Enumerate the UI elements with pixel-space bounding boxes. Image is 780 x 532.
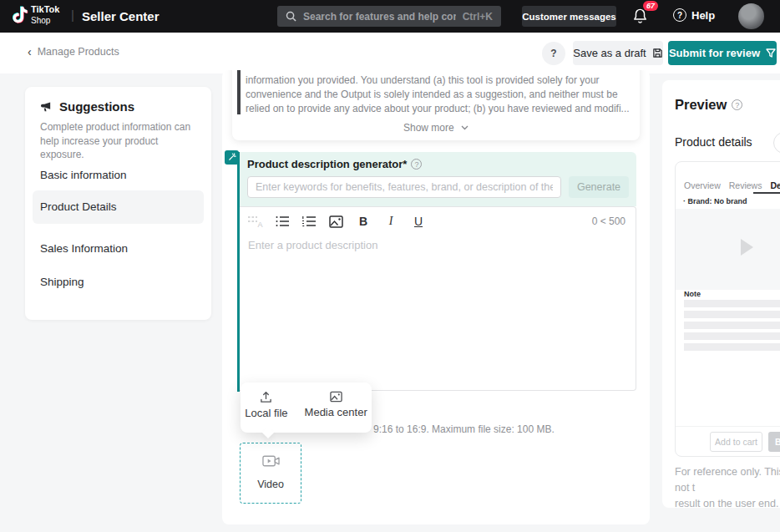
local-file-option[interactable]: Local file [245, 391, 287, 433]
save-as-draft-button[interactable]: Save as a draft [573, 41, 663, 65]
preview-help-icon[interactable]: ? [732, 99, 742, 110]
add-to-cart-button[interactable]: Add to cart [710, 432, 762, 452]
page-toolbar: ‹ Manage Products ? Save as a draft Subm… [0, 33, 780, 73]
template-list-icon[interactable]: A [247, 215, 263, 228]
phone-note-label: Note [684, 290, 701, 298]
phone-footer-divider [676, 426, 780, 427]
notifications-count-badge: 67 [643, 1, 658, 11]
insert-image-icon[interactable] [329, 215, 343, 228]
preview-section-title: Product details [675, 135, 752, 149]
description-editor[interactable]: A B I U 0 < [240, 206, 636, 391]
video-camera-icon [241, 454, 301, 468]
char-counter: 0 < 500 [592, 215, 626, 227]
help-question-icon: ? [673, 8, 686, 22]
skeleton-bar [684, 332, 780, 340]
help-label: Help [691, 9, 715, 22]
help-menu[interactable]: ? Help [673, 8, 715, 22]
footnote-line-1: For reference only. This is not t [675, 464, 780, 496]
search-input[interactable] [303, 11, 456, 23]
generator-keywords-input[interactable] [247, 176, 561, 198]
upload-icon [260, 391, 272, 403]
save-draft-label: Save as a draft [573, 47, 646, 59]
tab-description[interactable]: Description [770, 180, 780, 190]
svg-text:A: A [258, 220, 263, 228]
show-more-link[interactable]: Show more [232, 122, 640, 134]
search-icon [286, 11, 296, 22]
preview-panel: Preview ? Product details Overview Revie… [662, 80, 780, 508]
tab-overview[interactable]: Overview [684, 180, 721, 190]
skeleton-bar [684, 322, 780, 329]
preview-toggle-pill[interactable] [773, 132, 780, 154]
top-header: TikTok Shop | Seller Center Ctrl+K Custo… [0, 0, 780, 33]
suggestions-header: Suggestions [40, 99, 134, 114]
editor-placeholder: Enter a product description [248, 239, 377, 251]
video-upload-dropzone[interactable]: Video [240, 443, 301, 504]
footnote-line-2: result on the user end. [675, 496, 780, 512]
back-chevron-icon: ‹ [28, 46, 32, 58]
tiktok-shop-wordmark: TikTok Shop [31, 4, 59, 26]
description-generator-block: Product description generator* ? Generat… [237, 152, 636, 392]
submit-for-review-button[interactable]: Submit for review [668, 41, 777, 65]
skeleton-bar [684, 300, 780, 307]
skeleton-bar [684, 343, 780, 351]
breadcrumb-label: Manage Products [38, 46, 119, 58]
user-avatar[interactable] [738, 3, 764, 29]
logo-line-2: Shop [31, 16, 59, 27]
preview-footnote: For reference only. This is not t result… [675, 464, 780, 512]
sidebar-item-product-details[interactable]: Product Details [33, 190, 204, 224]
disclaimer-quote-bar [237, 70, 241, 114]
media-center-label: Media center [305, 406, 367, 418]
tiktok-logo-icon[interactable] [11, 5, 29, 27]
phone-video-placeholder [676, 209, 780, 290]
local-file-label: Local file [245, 407, 287, 419]
generator-title: Product description generator* [247, 158, 407, 170]
customer-messages-button[interactable]: Customer messages [522, 6, 616, 27]
magic-wand-icon [225, 150, 239, 165]
seller-center-app: TikTok Shop | Seller Center Ctrl+K Custo… [0, 0, 780, 532]
global-search[interactable]: Ctrl+K [277, 6, 501, 27]
suggestions-title: Suggestions [59, 99, 134, 114]
logo-line-1: TikTok [31, 4, 59, 16]
seller-center-title: Seller Center [82, 9, 160, 23]
tab-reviews[interactable]: Reviews [729, 180, 762, 190]
preview-title: Preview [675, 97, 727, 113]
chevron-down-icon [461, 125, 469, 130]
play-icon [741, 239, 753, 256]
megaphone-icon [40, 101, 53, 113]
page-help-button[interactable]: ? [542, 42, 565, 65]
active-tab-underline [753, 192, 780, 194]
breadcrumb-back[interactable]: ‹ Manage Products [28, 46, 119, 58]
submit-label: Submit for review [669, 47, 760, 59]
phone-text-skeleton [684, 300, 780, 354]
header-divider: | [71, 8, 74, 22]
product-details-card: information you provided. You understand… [222, 70, 650, 524]
sidebar-item-basic-information[interactable]: Basic information [33, 159, 204, 192]
buy-button[interactable]: B [768, 432, 780, 452]
suggestions-panel: Suggestions Complete product information… [25, 87, 211, 320]
ai-disclaimer-box: information you provided. You understand… [232, 70, 640, 140]
phone-preview-mockup: Overview Reviews Description · Brand: No… [675, 161, 780, 457]
sidebar-item-sales-information[interactable]: Sales Information [33, 232, 204, 266]
bullet-list-icon[interactable] [276, 215, 290, 227]
disclaimer-text: information you provided. You understand… [246, 73, 631, 116]
funnel-icon [766, 48, 776, 58]
editor-toolbar: A B I U [247, 212, 426, 231]
suggestions-description: Complete product information can help in… [40, 120, 197, 162]
sidebar-item-shipping[interactable]: Shipping [33, 266, 204, 299]
italic-button[interactable]: I [383, 215, 398, 228]
media-center-option[interactable]: Media center [305, 391, 367, 433]
generate-button[interactable]: Generate [569, 176, 629, 198]
search-shortcut: Ctrl+K [463, 11, 493, 23]
show-more-label: Show more [403, 122, 454, 134]
preview-title-row: Preview ? [675, 97, 742, 113]
video-requirements-text: 9:16 to 16:9. Maximum file size: 100 MB. [373, 423, 555, 435]
generator-title-row: Product description generator* ? [247, 158, 422, 170]
skeleton-bar [684, 311, 780, 318]
save-icon [652, 48, 663, 58]
generator-help-icon[interactable]: ? [411, 159, 422, 170]
underline-button[interactable]: U [411, 215, 426, 228]
numbered-list-icon[interactable] [302, 215, 317, 227]
media-image-icon [330, 391, 342, 403]
bold-button[interactable]: B [356, 215, 371, 228]
upload-source-popup: Local file Media center [241, 383, 372, 433]
